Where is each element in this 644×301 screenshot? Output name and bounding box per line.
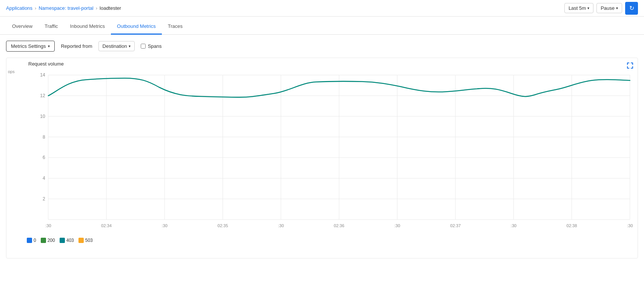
svg-text::30: :30 <box>627 223 633 228</box>
svg-text:8: 8 <box>43 134 45 140</box>
chart-area: 14 12 10 8 6 4 2 <box>25 67 638 235</box>
legend-item-503: 503 <box>78 238 93 243</box>
legend-item-0: 0 <box>27 238 36 243</box>
legend-label-403: 403 <box>66 238 74 243</box>
metrics-settings-label: Metrics Settings <box>11 43 46 49</box>
metrics-settings-button[interactable]: Metrics Settings ▾ <box>6 41 55 52</box>
spans-checkbox[interactable] <box>141 44 146 49</box>
destination-chevron-icon: ▾ <box>129 44 131 48</box>
tab-inbound-metrics[interactable]: Inbound Metrics <box>64 19 111 35</box>
breadcrumb-sep-1: › <box>35 5 36 11</box>
svg-rect-1 <box>627 63 628 65</box>
svg-text:14: 14 <box>40 72 45 78</box>
legend-color-503 <box>78 238 84 243</box>
destination-button[interactable]: Destination ▾ <box>98 41 135 51</box>
refresh-button[interactable]: ↻ <box>625 2 638 15</box>
spans-checkbox-label[interactable]: Spans <box>141 43 162 49</box>
refresh-icon: ↻ <box>629 5 634 12</box>
svg-text:10: 10 <box>40 114 45 119</box>
pause-label: Pause <box>601 5 615 11</box>
legend-color-200 <box>41 238 46 243</box>
top-bar: Applications › Namespace: travel-portal … <box>0 0 644 17</box>
legend-label-503: 503 <box>85 238 93 243</box>
main-content: Metrics Settings ▾ Reported from Destina… <box>0 35 644 301</box>
breadcrumb-current: loadtester <box>100 5 121 11</box>
pause-button[interactable]: Pause ▾ <box>596 3 622 13</box>
svg-text:4: 4 <box>43 176 45 181</box>
tab-traces[interactable]: Traces <box>162 19 189 35</box>
svg-text:02:37: 02:37 <box>450 223 461 228</box>
legend-item-403: 403 <box>60 238 74 243</box>
svg-text:6: 6 <box>43 155 45 160</box>
svg-text::30: :30 <box>161 223 167 228</box>
chart-title: Request volume <box>27 61 638 67</box>
time-range-label: Last 5m <box>569 5 586 11</box>
breadcrumb-sep-2: › <box>96 5 97 11</box>
legend-label-200: 200 <box>48 238 55 243</box>
pause-chevron-icon: ▾ <box>616 6 618 10</box>
legend-color-403 <box>60 238 65 243</box>
destination-label: Destination <box>103 43 127 49</box>
chart-svg: 14 12 10 8 6 4 2 <box>25 67 638 235</box>
svg-text:02:34: 02:34 <box>101 223 112 228</box>
spans-label-text: Spans <box>148 43 162 49</box>
legend-label-0: 0 <box>34 238 36 243</box>
reported-from-label: Reported from <box>61 43 92 49</box>
svg-text:02:36: 02:36 <box>334 223 344 228</box>
svg-text:02:35: 02:35 <box>217 223 228 228</box>
breadcrumb-namespace[interactable]: Namespace: travel-portal <box>38 5 93 11</box>
legend-color-0 <box>27 238 32 243</box>
time-range-chevron-icon: ▾ <box>587 6 589 10</box>
top-bar-controls: Last 5m ▾ Pause ▾ ↻ <box>564 2 638 15</box>
metrics-settings-chevron-icon: ▾ <box>48 44 50 48</box>
chart-legend: 0 200 403 503 <box>25 235 638 243</box>
svg-text:12: 12 <box>40 93 45 98</box>
breadcrumb: Applications › Namespace: travel-portal … <box>6 5 121 11</box>
legend-item-200: 200 <box>41 238 55 243</box>
tab-traffic[interactable]: Traffic <box>38 19 64 35</box>
tab-outbound-metrics[interactable]: Outbound Metrics <box>111 19 162 35</box>
svg-text::30: :30 <box>45 223 51 228</box>
svg-text::30: :30 <box>278 223 284 228</box>
svg-text:02:38: 02:38 <box>567 223 577 228</box>
toolbar-row: Metrics Settings ▾ Reported from Destina… <box>6 41 638 52</box>
svg-text::30: :30 <box>511 223 517 228</box>
chart-y-label: ops <box>8 69 15 74</box>
chart-wrapper: Request volume ops <box>6 58 638 258</box>
svg-rect-3 <box>632 63 633 65</box>
svg-text::30: :30 <box>394 223 400 228</box>
svg-text:2: 2 <box>43 196 45 202</box>
breadcrumb-applications[interactable]: Applications <box>6 5 32 11</box>
tab-overview[interactable]: Overview <box>6 19 38 35</box>
time-range-button[interactable]: Last 5m ▾ <box>564 3 593 13</box>
tabs-bar: Overview Traffic Inbound Metrics Outboun… <box>0 17 644 35</box>
